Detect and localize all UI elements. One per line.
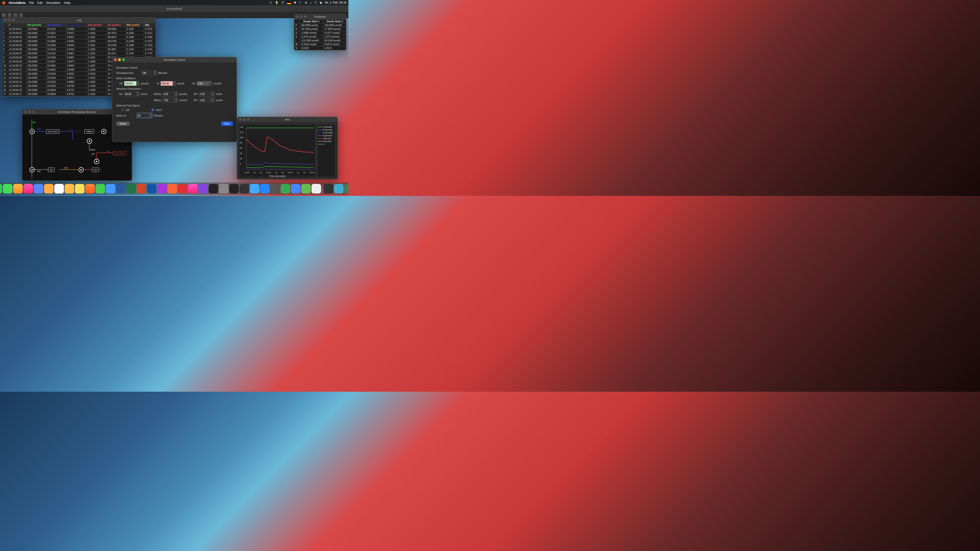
close-icon[interactable] — [114, 58, 117, 61]
dock-photos-icon[interactable] — [24, 184, 33, 194]
stepper-icon[interactable]: ▲▼ — [211, 92, 214, 96]
stepper-icon[interactable]: ▲▼ — [175, 92, 178, 96]
stepper-icon[interactable]: ▲▼ — [137, 81, 140, 86]
dbeta-input[interactable] — [162, 98, 175, 103]
close-icon[interactable] — [4, 19, 7, 21]
dock-tv-icon[interactable] — [208, 184, 218, 194]
battery-icon[interactable]: 🔋 — [275, 1, 278, 4]
dock-app-icon[interactable] — [240, 184, 249, 194]
menu-simulation[interactable]: Simulation — [46, 1, 60, 5]
spotlight-icon[interactable]: ⌕ — [310, 1, 312, 4]
zoom-icon[interactable] — [12, 19, 15, 21]
dock-music-icon[interactable] — [188, 184, 197, 194]
user-icon[interactable]: ⊚ — [305, 1, 307, 4]
dock-app-icon[interactable] — [147, 184, 156, 194]
clock-text[interactable]: Mi. 2. Feb. 09:16 — [325, 1, 347, 4]
dock-podcasts-icon[interactable] — [198, 184, 208, 194]
dock-keynote-icon[interactable] — [106, 184, 115, 194]
radio-off[interactable] — [121, 108, 124, 111]
reset-button[interactable]: Reset — [116, 121, 130, 126]
dock-maps-icon[interactable] — [13, 184, 23, 194]
dock-zoom-icon[interactable] — [291, 184, 301, 194]
bt-icon[interactable]: ✱ — [294, 1, 296, 4]
table-row[interactable]: 4d1 00:00:04150.000019.36884.99431.16599… — [2, 39, 156, 43]
log-header[interactable]: M(t) (mol/s) — [126, 23, 144, 27]
gbeta-input[interactable] — [162, 92, 175, 96]
wifi-icon[interactable]: ᯤ — [299, 1, 302, 4]
stepper-icon[interactable]: ▲▼ — [137, 92, 140, 96]
log-header[interactable]: P(t) (µmol/s) — [26, 23, 46, 27]
table-row[interactable]: 7d1 00:00:07150.000019.41924.99011.16539… — [2, 51, 156, 56]
zoom-icon[interactable] — [122, 58, 125, 61]
menu-edit[interactable]: Edit — [37, 1, 43, 5]
table-row[interactable]: 2d1 00:00:02150.000019.33514.99721.16639… — [2, 31, 156, 35]
toolbar-save-icon[interactable] — [8, 13, 11, 17]
zoom-icon[interactable] — [304, 15, 307, 18]
i0-input[interactable] — [161, 81, 173, 86]
stepper-icon[interactable]: ▲▼ — [173, 81, 176, 86]
dock-app-icon[interactable] — [312, 184, 321, 194]
dock-numbers-icon[interactable] — [95, 184, 105, 194]
dock-app-icon[interactable] — [34, 184, 43, 194]
table-row[interactable]: 1d1 00:00:01150.000019.31824.99861.16659… — [2, 27, 156, 31]
dock-word-icon[interactable] — [116, 184, 126, 194]
stepper-icon[interactable]: ▲▼ — [154, 71, 157, 75]
flag-de-icon[interactable] — [287, 2, 291, 4]
dock-app-icon[interactable] — [324, 184, 333, 194]
dock-app-icon[interactable] — [281, 184, 290, 194]
dock-facetime-icon[interactable] — [0, 184, 2, 194]
gr-input[interactable] — [199, 92, 211, 96]
stepper-icon[interactable]: ▲▼ — [175, 98, 178, 103]
dr-input[interactable] — [199, 98, 211, 103]
clock-icon[interactable]: ⏱ — [282, 1, 284, 4]
log-header[interactable]: t — [8, 23, 26, 27]
menu-help[interactable]: Help — [64, 1, 70, 5]
radio-fsigt[interactable] — [151, 108, 154, 111]
minimize-icon[interactable] — [28, 111, 31, 113]
menu-file[interactable]: File — [29, 1, 34, 5]
dock-app-icon[interactable] — [178, 184, 187, 194]
zoom-icon[interactable] — [32, 111, 35, 113]
table-row[interactable]: 5d1 00:00:05150.000019.38564.99291.16579… — [2, 43, 156, 48]
log-header[interactable]: I(t) (pmol/L) — [107, 23, 126, 27]
simtime-input[interactable] — [142, 71, 154, 75]
control-center-icon[interactable]: ⠿ — [315, 1, 317, 4]
toolbar-new-icon[interactable] — [2, 13, 6, 17]
dock-app-icon[interactable] — [270, 184, 280, 194]
p0-input[interactable] — [124, 81, 137, 86]
stepper-icon[interactable]: ▲▼ — [209, 81, 212, 86]
dock-terminal-icon[interactable] — [229, 184, 239, 194]
dock-powerpoint-icon[interactable] — [137, 184, 146, 194]
bluetooth-icon[interactable]: ⌥ — [269, 1, 272, 4]
dock-app-icon[interactable] — [167, 184, 177, 194]
dock-appstore-icon[interactable] — [250, 184, 259, 194]
close-icon[interactable] — [239, 118, 242, 121]
minimize-icon[interactable] — [243, 118, 246, 121]
close-icon[interactable] — [296, 15, 299, 18]
dock-app-icon[interactable] — [301, 184, 311, 194]
minimize-icon[interactable] — [118, 58, 121, 61]
dock-bluetooth-icon[interactable] — [260, 184, 270, 194]
run-button[interactable]: Run — [221, 121, 233, 126]
stepper-icon[interactable]: ▲▼ — [149, 113, 152, 118]
minimize-icon[interactable] — [8, 19, 11, 21]
log-header[interactable]: N(t) — [144, 23, 156, 27]
toolbar-print-icon[interactable] — [19, 13, 23, 17]
dock-excel-icon[interactable] — [126, 184, 136, 194]
dock-app-icon[interactable] — [85, 184, 95, 194]
table-row[interactable]: 3d1 00:00:03150.000019.35194.99571.16619… — [2, 35, 156, 39]
apple-logo-icon[interactable]: 🍎 — [2, 1, 6, 5]
toolbar-open-icon[interactable] — [13, 13, 17, 17]
dock-app-icon[interactable] — [157, 184, 167, 194]
close-icon[interactable] — [24, 111, 27, 113]
dock-app-icon[interactable] — [219, 184, 229, 194]
dock-messages-icon[interactable] — [3, 184, 13, 194]
log-header[interactable]: G(t) (mmol/L) — [66, 23, 87, 27]
dock-notes-icon[interactable] — [75, 184, 84, 194]
dock-app-icon[interactable] — [334, 184, 344, 194]
zoom-icon[interactable] — [247, 118, 250, 121]
dock-calendar-icon[interactable] — [54, 184, 64, 194]
app-name[interactable]: SimulaBeta — [9, 1, 25, 5]
startsat-input[interactable] — [137, 113, 149, 118]
g0-input[interactable] — [197, 81, 209, 86]
